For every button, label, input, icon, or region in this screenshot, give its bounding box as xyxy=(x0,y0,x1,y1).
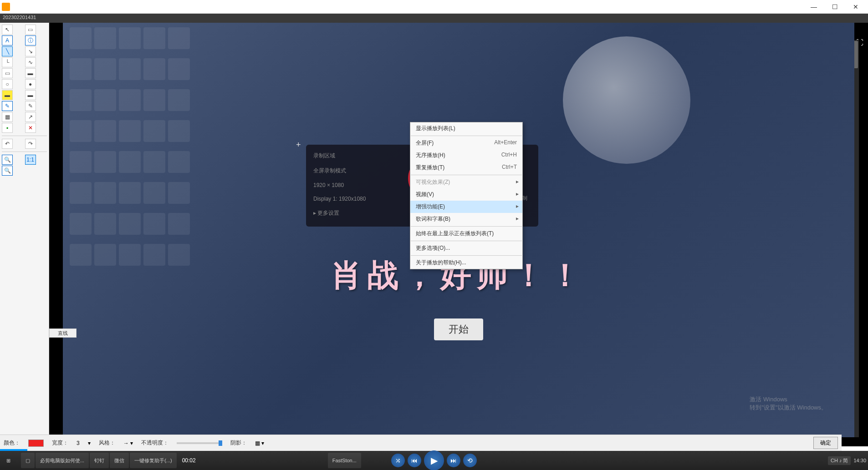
shuffle-button[interactable]: ⤮ xyxy=(391,454,405,467)
annotation-toolbar: ↖ ▭ A ⓘ ╲ ↘ └ ∿ ▭ ▬ ○ ● ▬ ▬ ✎ ✎ ▦ ↗ ▪ ✕ … xyxy=(0,23,49,446)
tool-ellipse-fill[interactable]: ● xyxy=(25,79,36,89)
menu-item[interactable]: 视频(V)▸ xyxy=(410,188,522,201)
tool-highlight[interactable]: ▬ xyxy=(2,90,13,100)
tool-rounded-rect[interactable]: ▬ xyxy=(25,90,36,100)
taskbar-item[interactable]: 一键修复助手(...) xyxy=(130,453,177,468)
taskbar-item[interactable]: 必剪电脑版如何使... xyxy=(36,453,89,468)
filename-bar: 202302201431 xyxy=(0,14,868,23)
tool-delete[interactable]: ✕ xyxy=(25,123,36,133)
menu-item[interactable]: 关于播放的帮助(H)... xyxy=(410,257,522,269)
width-label: 宽度： xyxy=(52,439,68,447)
tool-text[interactable]: A xyxy=(2,35,13,45)
main-area: ↖ ▭ A ⓘ ╲ ↘ └ ∿ ▭ ▬ ○ ● ▬ ▬ ✎ ✎ ▦ ↗ ▪ ✕ … xyxy=(0,23,868,446)
tool-blur[interactable]: ▦ xyxy=(2,112,13,122)
player-current-time: 00:02 xyxy=(182,457,196,464)
crosshair-cursor: + xyxy=(296,140,301,150)
start-menu-button[interactable]: ⊞ xyxy=(2,453,20,468)
play-button[interactable]: ▶ xyxy=(424,450,444,470)
tool-curve[interactable]: ∿ xyxy=(25,57,36,67)
tool-zoom-actual[interactable]: 1:1 xyxy=(25,155,36,165)
repeat-button[interactable]: ⟲ xyxy=(463,454,477,467)
menu-item[interactable]: 更多选项(O)... xyxy=(410,242,522,254)
tool-brush[interactable]: ✎ xyxy=(25,101,36,111)
color-picker[interactable] xyxy=(28,440,44,447)
ime-indicator[interactable]: CH ♪ 简 xyxy=(828,456,851,465)
menu-item[interactable]: 重复播放(T)Ctrl+T xyxy=(410,162,522,174)
color-label: 颜色： xyxy=(4,439,20,447)
task-view-button[interactable]: ▢ xyxy=(21,453,35,468)
tool-rect-outline[interactable]: ▭ xyxy=(2,68,13,78)
menu-item: 可视化效果(Z)▸ xyxy=(410,176,522,188)
media-controls: ⤮ ⏮ ▶ ⏭ ⟲ xyxy=(391,450,477,470)
taskbar-item[interactable]: FastSton... xyxy=(328,453,361,468)
window-titlebar: — ☐ ✕ xyxy=(0,0,868,14)
tool-options-bar: 颜色： 宽度： 3 ▾ 风格： → ▾ 不透明度： 阴影： ▦ ▾ 确定 xyxy=(0,435,842,451)
tool-zoom-in[interactable]: 🔍 xyxy=(2,155,13,165)
menu-item[interactable]: 全屏(F)Alt+Enter xyxy=(410,137,522,149)
context-menu: 显示播放列表(L)全屏(F)Alt+Enter无序播放(H)Ctrl+H重复播放… xyxy=(410,122,523,269)
tool-expand-arrow[interactable]: ↗ xyxy=(25,112,36,122)
start-button[interactable]: 开始 xyxy=(434,318,483,340)
opacity-label: 不透明度： xyxy=(141,439,168,447)
next-button[interactable]: ⏭ xyxy=(447,454,460,467)
desktop-icons-grid xyxy=(70,27,192,274)
shadow-picker[interactable]: ▦ ▾ xyxy=(255,440,264,446)
moon-graphic xyxy=(563,36,690,164)
menu-item[interactable]: 歌词和字幕(B)▸ xyxy=(410,213,522,225)
tool-undo[interactable]: ↶ xyxy=(2,139,13,149)
windows-watermark: 激活 Windows 转到"设置"以激活 Windows。 xyxy=(750,395,827,412)
tool-stamp[interactable]: ▪ xyxy=(2,123,13,133)
opacity-slider[interactable] xyxy=(177,442,222,444)
tool-arrow[interactable]: ↘ xyxy=(25,46,36,56)
maximize-button[interactable]: ☐ xyxy=(824,0,845,14)
tool-cursor[interactable]: ↖ xyxy=(2,25,13,35)
tool-angle[interactable]: └ xyxy=(2,57,13,67)
prev-button[interactable]: ⏮ xyxy=(408,454,421,467)
menu-item[interactable]: 增强功能(E)▸ xyxy=(410,201,522,213)
window-controls: — ☐ ✕ xyxy=(803,0,866,14)
tool-zoom-out[interactable]: 🔍 xyxy=(2,166,13,176)
style-label: 风格： xyxy=(99,439,115,447)
system-tray: CH ♪ 简 14:30 xyxy=(828,456,866,465)
tool-redo[interactable]: ↷ xyxy=(25,139,36,149)
shadow-label: 阴影： xyxy=(230,439,247,447)
status-tab[interactable]: 直线 xyxy=(49,328,77,338)
confirm-button[interactable]: 确定 xyxy=(813,437,838,449)
tool-ellipse-outline[interactable]: ○ xyxy=(2,79,13,89)
app-icon xyxy=(2,3,10,11)
taskbar: ⊞ ▢ 必剪电脑版如何使... 钉钉 微信 一键修复助手(...) 00:02 … xyxy=(0,451,868,470)
taskbar-item[interactable]: 钉钉 xyxy=(90,453,109,468)
tool-info[interactable]: ⓘ xyxy=(25,35,36,45)
menu-item[interactable]: 无序播放(H)Ctrl+H xyxy=(410,149,522,162)
style-picker[interactable]: → ▾ xyxy=(123,440,133,446)
canvas-area[interactable]: ⛶ + 肖战，好帅！！ 开始 录制区域 全屏录制模式 1920 × 1080 D xyxy=(49,23,868,446)
width-value[interactable]: 3 xyxy=(77,440,80,446)
tool-pencil[interactable]: ✎ xyxy=(2,101,13,111)
taskbar-item[interactable]: 微信 xyxy=(110,453,129,468)
tool-line[interactable]: ╲ xyxy=(2,46,13,56)
tool-rect-fill[interactable]: ▬ xyxy=(25,68,36,78)
video-frame: + 肖战，好帅！！ 开始 录制区域 全屏录制模式 1920 × 1080 Dis… xyxy=(63,23,854,437)
minimize-button[interactable]: — xyxy=(803,0,824,14)
progress-indicator xyxy=(0,449,27,451)
clock[interactable]: 14:30 xyxy=(853,458,866,463)
menu-item[interactable]: 始终在最上显示正在播放列表(T) xyxy=(410,227,522,240)
close-button[interactable]: ✕ xyxy=(845,0,866,14)
menu-item[interactable]: 显示播放列表(L) xyxy=(410,122,522,135)
tool-select-rect[interactable]: ▭ xyxy=(25,25,36,35)
